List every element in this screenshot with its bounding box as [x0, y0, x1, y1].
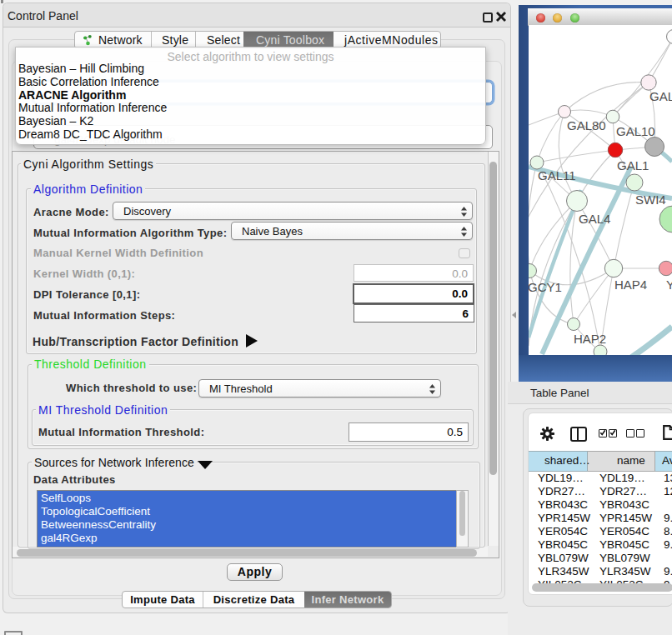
svg-text:YDR: YDR — [666, 278, 672, 292]
svg-text:GAL2: GAL2 — [649, 89, 672, 103]
svg-text:GCY1: GCY1 — [529, 280, 562, 294]
svg-text:HAP4: HAP4 — [614, 278, 647, 292]
svg-text:GAL11: GAL11 — [538, 168, 576, 182]
svg-text:SWI4: SWI4 — [635, 192, 666, 207]
svg-text:GAL1: GAL1 — [617, 158, 649, 172]
svg-text:GAL10: GAL10 — [616, 124, 655, 138]
svg-text:GAL80: GAL80 — [567, 118, 606, 132]
svg-text:HAP2: HAP2 — [574, 332, 606, 346]
svg-text:GAL4: GAL4 — [579, 212, 610, 226]
